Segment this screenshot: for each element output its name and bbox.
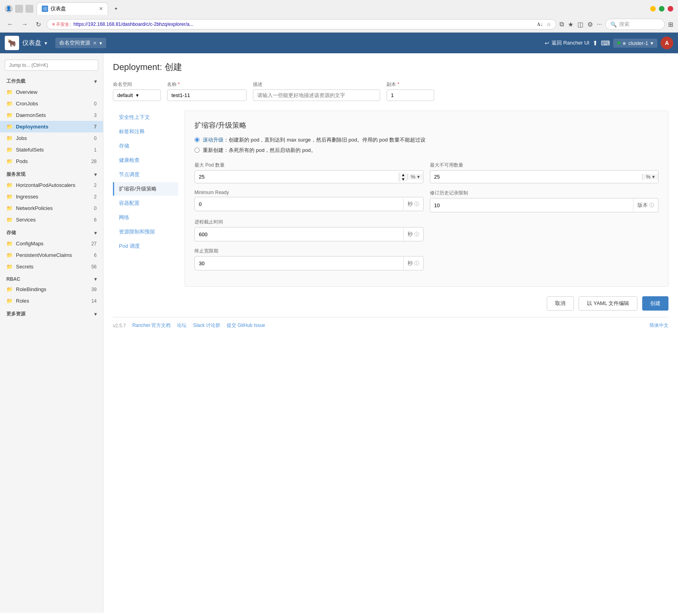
footer-github-link[interactable]: 提交 GitHub Issue xyxy=(227,322,265,329)
maximize-button[interactable] xyxy=(659,6,664,12)
bookmark-icon[interactable]: ☆ xyxy=(546,21,551,27)
nav-scaling-strategy[interactable]: 扩缩容/升级策略 xyxy=(113,182,178,196)
sidebar-section-rbac-header[interactable]: RBAC ▾ xyxy=(0,272,103,284)
sidebar-item-hpa[interactable]: 📁 HorizontalPodAutoscalers 2 xyxy=(0,179,103,191)
reload-button[interactable]: ↻ xyxy=(33,20,43,29)
max-unavailable-input[interactable] xyxy=(430,171,643,183)
header-dropdown-button[interactable]: ▾ xyxy=(45,40,47,46)
nav-storage[interactable]: 存储 xyxy=(113,139,178,153)
nav-item-label: 网络 xyxy=(119,214,129,220)
sidebar-badge: 28 xyxy=(91,159,97,164)
rolling-upgrade-radio[interactable] xyxy=(194,137,200,142)
min-ready-input[interactable] xyxy=(195,198,403,210)
rolling-upgrade-option[interactable]: 滚动升级：创建新的 pod，直到达到 max surge，然后再删除旧 pod。… xyxy=(194,136,659,144)
sidebar-item-daemonsets[interactable]: 📁 DaemonSets 3 xyxy=(0,109,103,121)
terminal-icon[interactable]: ⌨ xyxy=(601,39,610,47)
chevron-down-icon: ▾ xyxy=(45,40,47,46)
footer-forum-link[interactable]: 论坛 xyxy=(177,322,186,329)
sidebar-item-statefulsets[interactable]: 📁 StatefulSets 1 xyxy=(0,144,103,155)
termination-info-icon[interactable]: ⓘ xyxy=(414,260,419,267)
sidebar-item-secrets[interactable]: 📁 Secrets 56 xyxy=(0,261,103,272)
recreate-option[interactable]: 重新创建：杀死所有的 pod，然后启动新的 pod。 xyxy=(194,147,659,154)
profile-icon[interactable]: ⊞ xyxy=(668,21,673,28)
sidebar-item-pvc[interactable]: 📁 PersistentVolumeClaims 6 xyxy=(0,249,103,261)
sidebar-item-roles[interactable]: 📁 Roles 14 xyxy=(0,295,103,307)
sidebar-section-more-header[interactable]: 更多资源 ▾ xyxy=(0,307,103,319)
yaml-edit-button[interactable]: 以 YAML 文件编辑 xyxy=(579,296,637,311)
cancel-button[interactable]: 取消 xyxy=(547,296,574,311)
nav-security-context[interactable]: 安全性上下文 xyxy=(113,111,178,124)
sidebar-item-pods[interactable]: 📁 Pods 28 xyxy=(0,155,103,167)
footer-slack-link[interactable]: Slack 讨论群 xyxy=(193,322,220,329)
max-unavailable-unit-selector[interactable]: % ▾ xyxy=(642,174,658,180)
desc-input[interactable] xyxy=(253,89,380,101)
recreate-label: 重新创建：杀死所有的 pod，然后启动新的 pod。 xyxy=(203,147,316,154)
sidebar-item-jobs[interactable]: 📁 Jobs 0 xyxy=(0,132,103,144)
sidebar-section-workload-header[interactable]: 工作负载 ▾ xyxy=(0,74,103,86)
sidebar-item-cronjobs[interactable]: 📁 CronJobs 0 xyxy=(0,98,103,109)
namespace-select[interactable]: default ▾ xyxy=(113,89,161,101)
nav-node-scheduling[interactable]: 节点调度 xyxy=(113,168,178,181)
address-url[interactable]: https://192.168.168.81/dashboard/c/c-2bh… xyxy=(74,21,194,27)
page-title-action: 创建 xyxy=(165,62,182,72)
max-surge-decrement[interactable]: ▼ xyxy=(399,177,407,181)
footer-docs-link[interactable]: Rancher 官方文档 xyxy=(132,322,171,329)
sidebar-item-networkpolicies[interactable]: 📁 NetworkPolicies 0 xyxy=(0,202,103,214)
nav-health-check[interactable]: 健康检查 xyxy=(113,154,178,167)
collections-icon[interactable]: ◫ xyxy=(577,21,583,28)
service-discovery-label: 服务发现 xyxy=(6,171,25,178)
close-button[interactable] xyxy=(668,6,673,12)
return-rancher-button[interactable]: ↩ 返回 Rancher UI xyxy=(545,39,589,47)
forward-button[interactable]: → xyxy=(19,20,30,29)
tab-close-button[interactable]: ✕ xyxy=(99,6,103,12)
sidebar-item-rolebindings[interactable]: 📁 RoleBindings 39 xyxy=(0,284,103,295)
revision-limit-input[interactable] xyxy=(430,199,633,212)
sidebar-search-input[interactable] xyxy=(5,60,98,71)
more-icon[interactable]: ··· xyxy=(597,21,602,28)
nav-resource-limits[interactable]: 资源限制和预留 xyxy=(113,225,178,239)
nav-item-label: Pod 调度 xyxy=(119,243,140,249)
max-surge-unit-selector[interactable]: % ▾ xyxy=(407,174,423,180)
folder-icon: 📁 xyxy=(6,264,13,270)
favorites-icon[interactable]: ★ xyxy=(568,21,573,28)
namespace-expand-icon[interactable]: ▾ xyxy=(99,40,102,46)
sidebar-item-services[interactable]: 📁 Services 6 xyxy=(0,214,103,225)
upload-icon[interactable]: ⬆ xyxy=(593,39,598,47)
footer-language-selector[interactable]: 简体中文 xyxy=(649,322,668,329)
namespace-filter-clear[interactable]: ✕ xyxy=(93,40,97,46)
nav-network[interactable]: 网络 xyxy=(113,211,178,224)
split-view-icon[interactable]: ⧉ xyxy=(559,21,564,28)
nav-pod-scheduling[interactable]: Pod 调度 xyxy=(113,239,178,253)
sidebar-section-service-discovery-header[interactable]: 服务发现 ▾ xyxy=(0,167,103,179)
min-ready-info-icon[interactable]: ⓘ xyxy=(414,201,419,208)
reader-mode-icon[interactable]: 𝐀↓ xyxy=(537,21,543,27)
active-tab[interactable]: 仪 仪表盘 ✕ xyxy=(37,2,108,15)
nav-item-label: 扩缩容/升级策略 xyxy=(119,186,157,192)
progress-timeout-input[interactable] xyxy=(195,228,403,241)
replica-input[interactable] xyxy=(387,89,434,101)
progress-timeout-col: 进程截止时间 秒 ⓘ xyxy=(194,219,424,241)
minimize-button[interactable] xyxy=(650,6,656,12)
termination-input[interactable] xyxy=(195,257,403,270)
max-surge-increment[interactable]: ▲ xyxy=(399,173,407,177)
sidebar-item-deployments[interactable]: 📁 Deployments 7 xyxy=(0,121,103,132)
sidebar-item-label: ConfigMaps xyxy=(16,241,43,247)
nav-labels-annotations[interactable]: 标签和注释 xyxy=(113,125,178,138)
sidebar-section-storage-header[interactable]: 存储 ▾ xyxy=(0,225,103,238)
progress-timeout-info-icon[interactable]: ⓘ xyxy=(414,231,419,238)
sidebar-item-ingresses[interactable]: 📁 Ingresses 2 xyxy=(0,191,103,202)
edge-icon[interactable]: ⚙ xyxy=(587,21,593,28)
name-input[interactable] xyxy=(167,89,247,101)
cluster-selector[interactable]: ⎈ cluster-1 ▾ xyxy=(613,39,657,48)
create-button[interactable]: 创建 xyxy=(642,296,668,311)
new-tab-button[interactable]: + xyxy=(110,3,122,14)
max-surge-input[interactable] xyxy=(195,171,399,183)
recreate-radio[interactable] xyxy=(194,148,200,153)
back-button[interactable]: ← xyxy=(5,20,16,29)
nav-container-config[interactable]: 容器配置 xyxy=(113,196,178,210)
sidebar-item-overview[interactable]: 📁 Overview xyxy=(0,86,103,98)
tab-favicon: 仪 xyxy=(42,6,48,12)
revision-limit-info-icon[interactable]: ⓘ xyxy=(649,202,654,209)
sidebar-item-configmaps[interactable]: 📁 ConfigMaps 27 xyxy=(0,238,103,249)
user-avatar[interactable]: A xyxy=(661,37,673,49)
